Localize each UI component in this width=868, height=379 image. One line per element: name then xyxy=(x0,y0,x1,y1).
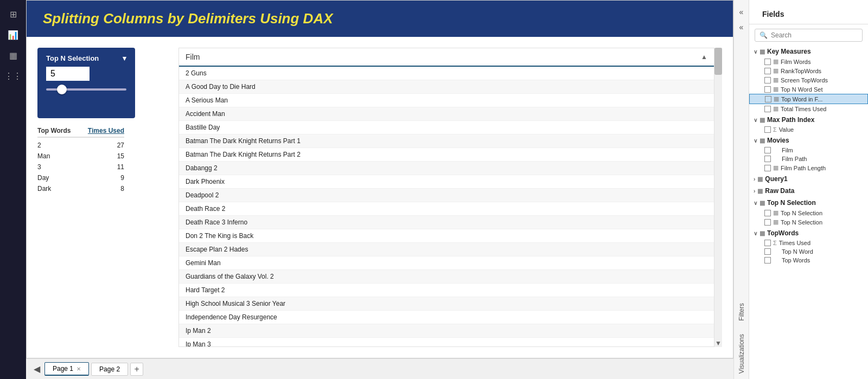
tree-item-checkbox[interactable] xyxy=(764,86,771,93)
fields-header: Fields xyxy=(749,0,868,24)
dropdown-icon[interactable]: ▾ xyxy=(123,54,126,62)
tree-item[interactable]: ▦ Film Words xyxy=(749,57,868,66)
tree-item-label: Top N Word Set xyxy=(781,86,864,93)
tree-item-checkbox[interactable] xyxy=(764,59,771,65)
tree-item[interactable]: ▦ Total Times Used xyxy=(749,104,868,113)
tree-item-label: Film Path xyxy=(782,156,864,162)
table-icon: ▦ xyxy=(774,95,779,102)
tree-item-label: Film xyxy=(782,147,864,153)
tree-group-header[interactable]: ›▦Query1 xyxy=(749,174,868,184)
search-box: 🔍 xyxy=(755,29,863,42)
film-item[interactable]: Gemini Man xyxy=(179,256,714,270)
film-item[interactable]: High School Musical 3 Senior Year xyxy=(179,297,714,311)
table-row: Man15 xyxy=(37,151,124,162)
tree-item-checkbox[interactable] xyxy=(764,219,771,226)
tree-group-header[interactable]: ∨▦Movies xyxy=(749,135,868,146)
film-item[interactable]: Death Race 2 xyxy=(179,202,714,216)
grid-icon[interactable]: ⊞ xyxy=(4,5,22,23)
tree-group: ∨▦Movies Film Film Path ▦ Film Path Leng… xyxy=(749,135,868,172)
tree-group-header[interactable]: ∨▦TopWords xyxy=(749,228,868,239)
tab-close-btn[interactable]: ✕ xyxy=(76,366,81,372)
add-tab-btn[interactable]: + xyxy=(130,363,143,376)
top-n-card: Top N Selection ▾ xyxy=(37,48,135,118)
collapse-right-btn[interactable]: « xyxy=(737,21,746,34)
data-icon[interactable]: ⋮⋮ xyxy=(4,67,22,85)
tree-item-label: Top N Word xyxy=(782,248,864,255)
scrollbar[interactable]: ▼ xyxy=(714,48,722,347)
table-row: 311 xyxy=(37,162,124,172)
tree-item[interactable]: Σ Times Used xyxy=(749,239,868,247)
report-header: Splitting Columns by Delimiters Using DA… xyxy=(27,1,733,37)
top-words-table: Top Words Times Used 227Man15311Day9Dark… xyxy=(37,127,124,194)
film-item[interactable]: Ip Man 2 xyxy=(179,324,714,338)
tree-item-checkbox[interactable] xyxy=(764,126,771,133)
tree-item[interactable]: Top N Word xyxy=(749,247,868,256)
chart-icon[interactable]: 📊 xyxy=(4,26,22,43)
tree-item-checkbox[interactable] xyxy=(764,147,771,153)
sigma-icon: Σ xyxy=(773,240,777,246)
tree-item[interactable]: ▦ Top N Word Set xyxy=(749,85,868,94)
tree-group-header[interactable]: ∨▦Max Path Index xyxy=(749,114,868,125)
film-item[interactable]: Deadpool 2 xyxy=(179,189,714,202)
tree-item-checkbox[interactable] xyxy=(764,240,771,246)
tree-item[interactable]: Top Words xyxy=(749,256,868,265)
tree-group: ∨▦Max Path Index Σ Value xyxy=(749,114,868,134)
slider-track xyxy=(46,88,126,91)
film-item[interactable]: Escape Plan 2 Hades xyxy=(179,243,714,256)
tree-item[interactable]: Film xyxy=(749,146,868,155)
tree-item-checkbox[interactable] xyxy=(764,248,771,255)
slider-thumb[interactable] xyxy=(57,85,67,94)
tree-group: ∨▦Top N Selection ▦ Top N Selection ▦ To… xyxy=(749,197,868,227)
tree-item[interactable]: ▦ Film Path Length xyxy=(749,163,868,172)
table-icon[interactable]: ▦ xyxy=(4,47,22,64)
scroll-down-icon[interactable]: ▼ xyxy=(714,339,722,347)
film-item[interactable]: Dabangg 2 xyxy=(179,162,714,175)
collapse-left-btn[interactable]: « xyxy=(737,5,746,18)
tree-item[interactable]: Σ Value xyxy=(749,125,868,134)
visualizations-label[interactable]: Visualizations xyxy=(738,334,745,374)
scrollbar-thumb[interactable] xyxy=(714,48,722,75)
film-item[interactable]: Death Race 3 Inferno xyxy=(179,216,714,229)
top-n-input[interactable] xyxy=(46,67,90,81)
tree-item-checkbox[interactable] xyxy=(764,156,771,162)
tree-group-header[interactable]: ›▦Raw Data xyxy=(749,185,868,196)
tree-item-checkbox[interactable] xyxy=(764,106,771,112)
tree-item[interactable]: ▦ RankTopWords xyxy=(749,66,868,75)
film-item[interactable]: Hard Target 2 xyxy=(179,284,714,297)
tree-item[interactable]: ▦ Screen TopWords xyxy=(749,75,868,85)
film-item[interactable]: Batman The Dark Knight Returns Part 2 xyxy=(179,148,714,162)
table-row: Dark8 xyxy=(37,183,124,194)
tree-item-checkbox[interactable] xyxy=(764,77,771,83)
prev-page-btn[interactable]: ◀ xyxy=(31,364,42,374)
tree-item[interactable]: ▦ Top Word in F... xyxy=(749,94,868,104)
tree-item-checkbox[interactable] xyxy=(764,257,771,264)
film-item[interactable]: Accident Man xyxy=(179,107,714,121)
film-item[interactable]: Ip Man 3 xyxy=(179,338,714,346)
film-item[interactable]: 2 Guns xyxy=(179,67,714,80)
tree-item-checkbox[interactable] xyxy=(765,96,771,102)
film-item[interactable]: A Good Day to Die Hard xyxy=(179,80,714,94)
film-item[interactable]: Don 2 The King is Back xyxy=(179,229,714,243)
tree-item[interactable]: ▦ Top N Selection xyxy=(749,208,868,217)
film-item[interactable]: Batman The Dark Knight Returns Part 1 xyxy=(179,134,714,148)
film-item[interactable]: Independence Day Resurgence xyxy=(179,311,714,324)
filters-label[interactable]: Filters xyxy=(738,303,745,321)
tree-item-checkbox[interactable] xyxy=(764,210,771,216)
scroll-up-icon[interactable]: ▲ xyxy=(701,53,707,61)
tree-item[interactable]: ▦ Top N Selection xyxy=(749,217,868,227)
report-body: Top N Selection ▾ Top Words Times Used 2… xyxy=(27,37,733,358)
page-tab[interactable]: Page 2 xyxy=(91,363,128,376)
film-item[interactable]: Dark Phoenix xyxy=(179,175,714,189)
search-input[interactable] xyxy=(771,31,858,39)
tree-group-header[interactable]: ∨▦Key Measures xyxy=(749,46,868,57)
film-item[interactable]: Bastille Day xyxy=(179,121,714,134)
film-item[interactable]: Guardians of the Galaxy Vol. 2 xyxy=(179,270,714,284)
tree-item[interactable]: Film Path xyxy=(749,155,868,163)
page-tab[interactable]: Page 1✕ xyxy=(44,362,89,376)
search-icon: 🔍 xyxy=(760,31,768,39)
tree-item-checkbox[interactable] xyxy=(764,68,771,74)
tree-item-checkbox[interactable] xyxy=(764,165,771,171)
film-items[interactable]: 2 GunsA Good Day to Die HardA Serious Ma… xyxy=(179,67,714,346)
film-item[interactable]: A Serious Man xyxy=(179,94,714,107)
tree-group-header[interactable]: ∨▦Top N Selection xyxy=(749,197,868,208)
